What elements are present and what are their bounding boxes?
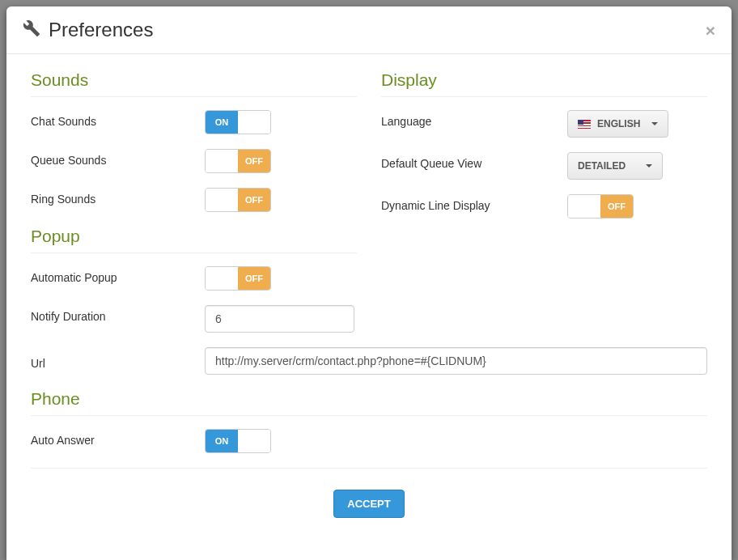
toggle-on-text: ON — [206, 111, 238, 134]
toggle-off-text: OFF — [238, 267, 270, 290]
chat-sounds-toggle[interactable]: ON OFF — [205, 110, 271, 134]
modal-body: Sounds Chat Sounds ON OFF Queue Sounds — [6, 54, 732, 560]
notify-duration-label: Notify Duration — [31, 305, 205, 323]
dynamic-line-toggle[interactable]: ON OFF — [567, 194, 634, 218]
row-automatic-popup: Automatic Popup ON OFF — [31, 266, 357, 291]
language-dropdown[interactable]: ENGLISH — [567, 110, 668, 138]
queue-sounds-label: Queue Sounds — [31, 149, 205, 167]
language-label: Language — [381, 110, 567, 128]
automatic-popup-label: Automatic Popup — [31, 266, 205, 284]
accept-button[interactable]: ACCEPT — [333, 490, 404, 518]
auto-answer-toggle[interactable]: ON OFF — [205, 429, 271, 453]
toggle-on-text: ON — [206, 430, 238, 452]
row-notify-duration: Notify Duration — [31, 305, 357, 333]
row-chat-sounds: Chat Sounds ON OFF — [31, 110, 357, 134]
language-value: ENGLISH — [597, 118, 640, 129]
left-column: Sounds Chat Sounds ON OFF Queue Sounds — [31, 70, 357, 347]
automatic-popup-toggle[interactable]: ON OFF — [205, 266, 271, 291]
url-label: Url — [31, 352, 205, 370]
dynamic-line-label: Dynamic Line Display — [381, 194, 567, 212]
footer-actions: ACCEPT — [31, 485, 707, 518]
queue-view-label: Default Queue View — [381, 152, 567, 170]
chat-sounds-label: Chat Sounds — [31, 110, 205, 128]
divider — [31, 468, 707, 469]
row-auto-answer: Auto Answer ON OFF — [31, 429, 707, 453]
section-popup-title: Popup — [31, 227, 357, 253]
row-queue-sounds: Queue Sounds ON OFF — [31, 149, 357, 173]
toggle-off-text: OFF — [238, 189, 270, 211]
notify-duration-input[interactable] — [205, 305, 354, 333]
modal-header: Preferences × — [6, 6, 732, 54]
section-phone-title: Phone — [31, 389, 707, 416]
phone-section: Phone Auto Answer ON OFF — [31, 389, 707, 453]
ring-sounds-toggle[interactable]: ON OFF — [205, 188, 271, 212]
toggle-off-text: OFF — [238, 150, 270, 172]
queue-sounds-toggle[interactable]: ON OFF — [205, 149, 271, 173]
row-language: Language ENGLISH — [381, 110, 707, 138]
row-dynamic-line: Dynamic Line Display ON OFF — [381, 194, 707, 218]
row-ring-sounds: Ring Sounds ON OFF — [31, 188, 357, 212]
close-button[interactable]: × — [706, 22, 715, 39]
section-sounds-title: Sounds — [31, 70, 357, 97]
url-input[interactable] — [205, 347, 707, 375]
ring-sounds-label: Ring Sounds — [31, 188, 205, 206]
flag-us-icon — [578, 120, 591, 129]
chevron-down-icon — [651, 122, 658, 125]
right-column: Display Language ENGLISH Default Queue V… — [381, 70, 707, 347]
wrench-icon — [23, 19, 40, 40]
row-url: Url — [31, 347, 707, 375]
queue-view-dropdown[interactable]: DETAILED — [567, 152, 663, 180]
chevron-down-icon — [646, 164, 652, 168]
toggle-off-text: OFF — [600, 195, 633, 218]
queue-view-value: DETAILED — [578, 160, 634, 172]
auto-answer-label: Auto Answer — [31, 429, 205, 447]
row-queue-view: Default Queue View DETAILED — [381, 152, 707, 180]
preferences-modal: Preferences × Sounds Chat Sounds ON OFF — [6, 6, 732, 560]
modal-title: Preferences — [49, 19, 706, 41]
section-display-title: Display — [381, 70, 707, 97]
